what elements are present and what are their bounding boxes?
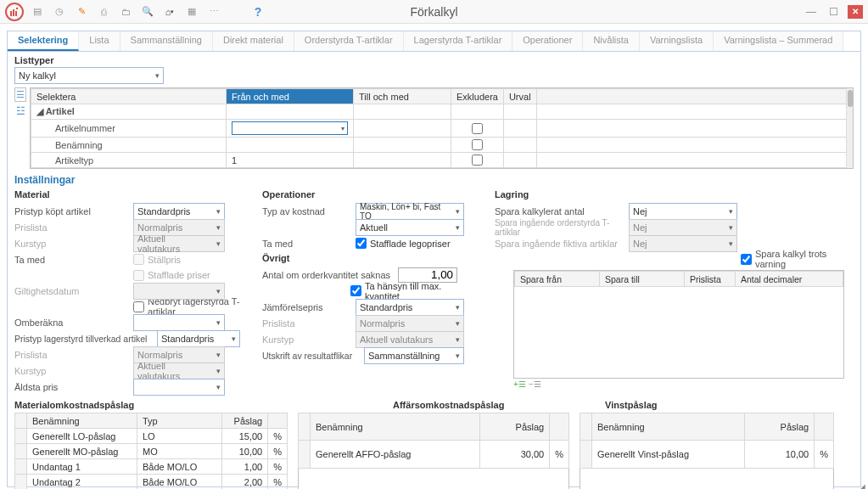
col-spara-decimaler[interactable]: Antal decimaler — [736, 272, 843, 287]
toolbar-search-icon[interactable]: 🔍 — [141, 5, 154, 19]
giltighetsdatum-combo — [133, 283, 225, 300]
material-kurstyp-combo: Aktuell valutakurs — [133, 235, 225, 252]
col-selektera[interactable]: Selektera — [31, 89, 227, 104]
svg-rect-0 — [10, 11, 12, 16]
tab-operationer[interactable]: Operationer — [512, 31, 583, 51]
omberakna-combo[interactable] — [133, 314, 225, 331]
row-artikeltyp: Artikeltyp 1 — [31, 153, 853, 168]
col-spara-fran[interactable]: Spara från — [515, 272, 600, 287]
selection-grid: Selektera Från och med Till och med Exkl… — [31, 88, 853, 168]
spara-remove-icon[interactable]: −☰ — [529, 379, 541, 389]
artikelnummer-from-combo[interactable] — [232, 121, 348, 135]
artikeltyp-from[interactable]: 1 — [227, 153, 354, 168]
material-heading: Material — [14, 189, 240, 200]
tab-nivalista[interactable]: Nivålista — [583, 31, 640, 51]
artikelnummer-exclude-check[interactable] — [472, 123, 483, 134]
col-spacer — [536, 89, 852, 104]
material-kurstyp2-combo: Aktuell valutakurs — [133, 363, 225, 379]
listtyper-combo[interactable]: Ny kalkyl — [14, 67, 164, 84]
stallpris-check — [133, 254, 144, 265]
spara-fikt-combo: Nej — [629, 235, 737, 252]
ovrigt-heading: Övrigt — [262, 253, 473, 263]
nedbryt-check[interactable] — [133, 301, 144, 312]
affar-paslag-heading: Affärsomkostnadspåslag — [393, 400, 569, 410]
pristyp-kopt-combo[interactable]: Standardpris — [133, 203, 225, 220]
col-till[interactable]: Till och med — [354, 89, 451, 104]
svg-point-3 — [16, 7, 18, 8]
vinst-paslag-grid: BenämningPåslag Generellt Vinst-påslag10… — [580, 413, 834, 489]
affar-paslag-grid: BenämningPåslag Generellt AFFO-påslag30,… — [298, 413, 569, 489]
toolbar-save-icon[interactable]: ⎙ — [97, 5, 110, 19]
close-button[interactable]: ✕ — [848, 5, 863, 19]
op-prislista-combo: Normalpris — [356, 315, 464, 332]
material-paslag-grid: BenämningTypPåslag Generellt LO-påslagLO… — [14, 413, 288, 489]
svg-rect-2 — [15, 11, 17, 16]
settings-heading: Inställningar — [14, 174, 854, 186]
jamforelse-combo[interactable]: Standardpris — [356, 299, 464, 316]
spara-trots-check[interactable] — [741, 254, 752, 265]
app-logo-icon — [5, 3, 24, 21]
row-benamning: Benämning — [31, 138, 853, 153]
tab-lagerstyrda[interactable]: Lagerstyrda T-artiklar — [404, 31, 513, 51]
stafflade-lego-check[interactable] — [356, 238, 367, 249]
toolbar-list-icon[interactable]: ▦ — [185, 5, 199, 19]
tab-varningslista-summerad[interactable]: Varningslista – Summerad — [714, 31, 843, 51]
spara-add-icon[interactable]: +☰ — [513, 379, 526, 389]
operationer-heading: Operationer — [262, 189, 473, 200]
tab-strip: Selektering Lista Sammanställning Direkt… — [8, 31, 860, 52]
toolbar-more-icon[interactable]: ⋯ — [207, 5, 221, 19]
aldsta-combo[interactable] — [133, 379, 225, 396]
pristyp-lager-combo[interactable]: Standardpris — [157, 330, 240, 347]
tab-varningslista[interactable]: Varningslista — [640, 31, 714, 51]
material-paslag-heading: Materialomkostnadspåslag — [14, 400, 288, 410]
aktuell-combo[interactable]: Aktuell — [356, 219, 464, 236]
spara-kalk-combo[interactable]: Nej — [629, 203, 737, 220]
op-kurstyp-combo: Aktuell valutakurs — [356, 331, 464, 348]
tab-lista[interactable]: Lista — [79, 31, 120, 51]
toolbar-help-icon[interactable]: ? — [251, 5, 265, 19]
toolbar-edit-icon[interactable]: ✎ — [75, 5, 88, 19]
grid-tool-filter-icon[interactable]: ☳ — [14, 105, 26, 117]
toolbar-home-icon[interactable]: ⌂▾ — [163, 5, 176, 19]
resize-grip-icon[interactable]: ◢ — [859, 482, 865, 489]
toolbar-apps-icon[interactable] — [229, 5, 243, 19]
benamning-exclude-check[interactable] — [472, 139, 483, 150]
typ-kostnad-combo[interactable]: Maskin, Lön+ bi, Fast TO — [356, 203, 464, 220]
utskrift-combo[interactable]: Sammanställning — [364, 347, 464, 364]
tab-selektering[interactable]: Selektering — [8, 31, 79, 51]
tab-direkt-material[interactable]: Direkt material — [213, 31, 294, 51]
content-panel: Selektering Lista Sammanställning Direkt… — [7, 31, 861, 487]
grid-scrollbar[interactable] — [846, 88, 853, 168]
toolbar-folder-icon[interactable]: 🗀 — [119, 5, 132, 19]
artikeltyp-exclude-check[interactable] — [472, 155, 483, 166]
hansyn-check[interactable] — [350, 285, 361, 296]
lagring-heading: Lagring — [495, 189, 849, 200]
group-artikel[interactable]: ◢ Artikel — [31, 104, 227, 120]
maximize-button[interactable]: ☐ — [826, 6, 841, 18]
col-spara-till[interactable]: Spara till — [600, 272, 685, 287]
tab-orderstyrda[interactable]: Orderstyrda T-artiklar — [294, 31, 404, 51]
spara-order-combo: Nej — [629, 219, 737, 236]
row-artikelnummer: Artikelnummer — [31, 120, 853, 138]
spara-grid: Spara från Spara till Prislista Antal de… — [514, 271, 843, 287]
listtyper-label: Listtyper — [14, 55, 854, 65]
col-urval[interactable]: Urval — [503, 89, 536, 104]
vinst-paslag-heading: Vinstpåslag — [605, 400, 834, 410]
minimize-button[interactable]: — — [804, 6, 819, 18]
col-spara-prislista[interactable]: Prislista — [685, 272, 736, 287]
toolbar-doc-icon[interactable]: ▤ — [31, 5, 44, 19]
svg-rect-1 — [13, 9, 14, 16]
tab-sammanstallning[interactable]: Sammanställning — [120, 31, 213, 51]
col-exkludera[interactable]: Exkludera — [451, 89, 504, 104]
stafflade-check — [133, 270, 144, 281]
titlebar: ▤ ◷ ✎ ⎙ 🗀 🔍 ⌂▾ ▦ ⋯ ? Förkalkyl — ☐ ✕ — [0, 0, 868, 24]
grid-tool-view-icon[interactable]: ☰ — [14, 87, 26, 102]
col-fran[interactable]: Från och med — [227, 89, 354, 104]
toolbar-clock-icon[interactable]: ◷ — [53, 5, 66, 19]
